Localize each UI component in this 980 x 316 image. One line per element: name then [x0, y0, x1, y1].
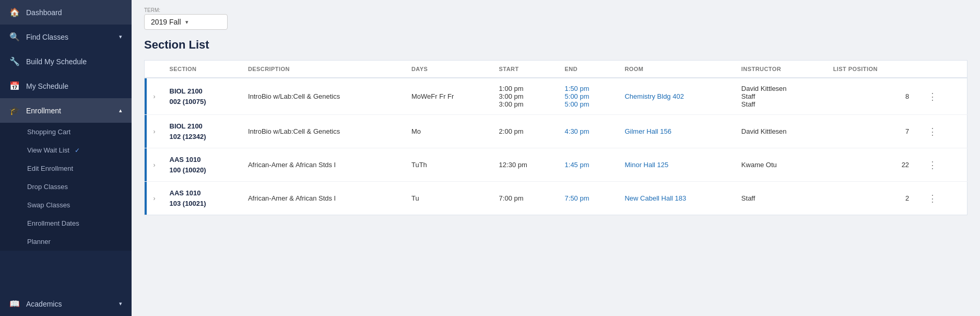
chevron-right-icon: › [154, 195, 156, 202]
main-content: Term: 2019 Fall ▾ Section List SECTION D… [132, 0, 980, 316]
col-instructor: INSTRUCTOR [734, 61, 826, 78]
sidebar-item-label: Build My Schedule [26, 57, 122, 66]
row-description: IntroBio w/Lab:Cell & Genetics [241, 115, 404, 148]
sidebar-item-drop-classes[interactable]: Drop Classes [0, 178, 132, 196]
sidebar: 🏠 Dashboard 🔍 Find Classes ▾ 🔧 Build My … [0, 0, 132, 316]
expand-col-header [147, 61, 162, 78]
sidebar-item-edit-enrollment[interactable]: Edit Enrollment [0, 159, 132, 178]
sidebar-item-academics[interactable]: 📖 Academics ▾ [0, 291, 132, 316]
row-expand-button[interactable]: › [147, 182, 162, 215]
sidebar-item-planner[interactable]: Planner [0, 232, 132, 251]
section-table: SECTION DESCRIPTION DAYS START END ROOM … [144, 60, 967, 215]
row-expand-button[interactable]: › [147, 115, 162, 148]
row-section: AAS 1010100 (10020) [162, 148, 241, 182]
chevron-right-icon: › [154, 161, 156, 169]
sidebar-item-dashboard[interactable]: 🏠 Dashboard [0, 0, 132, 25]
row-expand-button[interactable]: › [147, 78, 162, 115]
wrench-icon: 🔧 [9, 56, 20, 66]
kebab-icon[interactable]: ⋮ [924, 89, 942, 104]
chevron-right-icon: › [154, 128, 156, 135]
row-list-position: 22 [826, 148, 916, 182]
sidebar-item-build-schedule[interactable]: 🔧 Build My Schedule [0, 49, 132, 74]
kebab-icon[interactable]: ⋮ [924, 124, 942, 139]
graduation-icon: 🎓 [9, 106, 20, 115]
row-instructor: Kwame Otu [734, 148, 826, 182]
row-days: MoWeFr Fr Fr [404, 78, 492, 115]
row-kebab-menu[interactable]: ⋮ [916, 148, 967, 182]
book-icon: 📖 [9, 299, 20, 309]
room-link[interactable]: Minor Hall 125 [624, 161, 668, 169]
sidebar-item-label: Find Classes [26, 33, 113, 41]
home-icon: 🏠 [9, 7, 20, 17]
col-room: ROOM [617, 61, 734, 78]
search-icon: 🔍 [9, 32, 20, 42]
row-room[interactable]: Gilmer Hall 156 [617, 115, 734, 148]
row-kebab-menu[interactable]: ⋮ [916, 115, 967, 148]
sidebar-item-label: Academics [26, 300, 113, 308]
table-row: ›BIOL 2100002 (10075)IntroBio w/Lab:Cell… [145, 78, 967, 115]
sidebar-item-swap-classes[interactable]: Swap Classes [0, 196, 132, 214]
room-link[interactable]: Chemistry Bldg 402 [624, 92, 683, 100]
term-value: 2019 Fall [151, 18, 181, 26]
col-end: END [558, 61, 618, 78]
enrollment-dates-label: Enrollment Dates [27, 219, 79, 227]
row-instructor: David KittlesenStaffStaff [734, 78, 826, 115]
row-kebab-menu[interactable]: ⋮ [916, 78, 967, 115]
sidebar-item-shopping-cart[interactable]: Shopping Cart [0, 123, 132, 141]
col-actions [916, 61, 967, 78]
row-days: TuTh [404, 148, 492, 182]
planner-label: Planner [27, 238, 51, 245]
row-section: BIOL 2100102 (12342) [162, 115, 241, 148]
room-link[interactable]: New Cabell Hall 183 [624, 194, 686, 202]
row-kebab-menu[interactable]: ⋮ [916, 182, 967, 215]
sidebar-item-enrollment-dates[interactable]: Enrollment Dates [0, 214, 132, 232]
col-start: START [492, 61, 558, 78]
chevron-up-icon: ▴ [119, 107, 122, 114]
row-room[interactable]: Chemistry Bldg 402 [617, 78, 734, 115]
drop-classes-label: Drop Classes [27, 183, 68, 191]
col-list-position: LIST POSITION [826, 61, 916, 78]
row-section: AAS 1010103 (10021) [162, 182, 241, 215]
term-chevron-icon: ▾ [185, 19, 188, 26]
page-title: Section List [144, 38, 967, 52]
row-start: 7:00 pm [492, 182, 558, 215]
table-row: ›AAS 1010103 (10021)African-Amer & Afric… [145, 182, 967, 215]
row-list-position: 2 [826, 182, 916, 215]
term-select[interactable]: 2019 Fall ▾ [144, 14, 228, 30]
sidebar-item-view-wait-list[interactable]: View Wait List ✓ [0, 141, 132, 159]
col-description: DESCRIPTION [241, 61, 404, 78]
chevron-right-icon: › [154, 93, 156, 100]
sidebar-item-find-classes[interactable]: 🔍 Find Classes ▾ [0, 25, 132, 49]
row-room[interactable]: New Cabell Hall 183 [617, 182, 734, 215]
row-start: 1:00 pm3:00 pm3:00 pm [492, 78, 558, 115]
col-days: DAYS [404, 61, 492, 78]
sidebar-item-label: Dashboard [26, 8, 122, 17]
kebab-icon[interactable]: ⋮ [924, 158, 942, 172]
row-end: 7:50 pm [558, 182, 618, 215]
enrollment-submenu: Shopping Cart View Wait List ✓ Edit Enro… [0, 123, 132, 251]
sidebar-item-label: My Schedule [26, 82, 122, 90]
top-bar: Term: 2019 Fall ▾ [132, 0, 980, 30]
room-link[interactable]: Gilmer Hall 156 [624, 127, 671, 135]
row-days: Tu [404, 182, 492, 215]
kebab-icon[interactable]: ⋮ [924, 191, 942, 206]
row-list-position: 7 [826, 115, 916, 148]
edit-enrollment-label: Edit Enrollment [27, 165, 73, 172]
row-instructor: Staff [734, 182, 826, 215]
col-section: SECTION [162, 61, 241, 78]
row-section: BIOL 2100002 (10075) [162, 78, 241, 115]
shopping-cart-label: Shopping Cart [27, 128, 70, 136]
table-row: ›AAS 1010100 (10020)African-Amer & Afric… [145, 148, 967, 182]
row-room[interactable]: Minor Hall 125 [617, 148, 734, 182]
row-expand-button[interactable]: › [147, 148, 162, 182]
row-description: African-Amer & African Stds I [241, 148, 404, 182]
sidebar-item-my-schedule[interactable]: 📅 My Schedule [0, 74, 132, 98]
row-list-position: 8 [826, 78, 916, 115]
swap-classes-label: Swap Classes [27, 201, 70, 209]
chevron-down-icon: ▾ [119, 300, 122, 307]
row-description: IntroBio w/Lab:Cell & Genetics [241, 78, 404, 115]
sidebar-item-enrollment[interactable]: 🎓 Enrollment ▴ [0, 98, 132, 123]
row-start: 2:00 pm [492, 115, 558, 148]
calendar-icon: 📅 [9, 81, 20, 91]
chevron-down-icon: ▾ [119, 33, 122, 40]
